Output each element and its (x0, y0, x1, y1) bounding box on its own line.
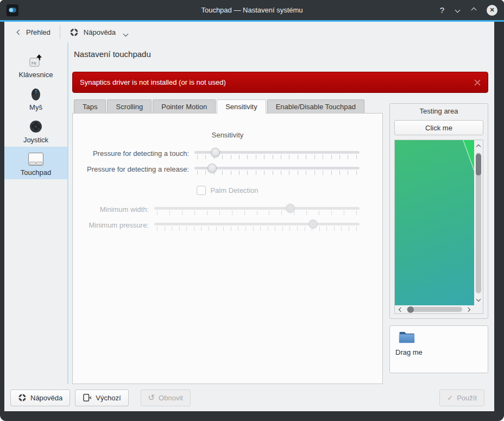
tab-enable-disable-touchpad[interactable]: Enable/Disable Touchpad (267, 99, 364, 113)
vertical-scrollbar[interactable] (474, 140, 483, 305)
help-button-label: Nápověda (30, 394, 62, 402)
slider-pressure-release: Pressure for detecting a release: (73, 162, 382, 175)
window: Touchpad — Nastavení systému ? ✕ Přehled (0, 0, 504, 421)
click-me-button[interactable]: Click me (394, 120, 483, 135)
palm-detection-checkbox[interactable] (197, 186, 206, 195)
mouse-icon (28, 85, 44, 102)
testing-area-group: Testing area Click me (389, 103, 488, 319)
slider-label: Minimum pressure: (73, 221, 154, 229)
slider-track[interactable] (154, 218, 360, 231)
scroll-right-icon[interactable] (465, 306, 471, 313)
undo-icon: ↺ (148, 394, 155, 402)
help-menu-label: Nápověda (84, 28, 116, 36)
vertical-scrollbar-thumb[interactable] (476, 154, 481, 175)
slider-label: Pressure for detecting a touch: (73, 149, 194, 158)
help-menu-button[interactable]: Nápověda (70, 28, 128, 37)
sidebar-item-label: Klávesnice (19, 71, 53, 79)
slider-rail (154, 223, 360, 225)
error-banner: Synaptics driver is not installed (or is… (72, 72, 488, 93)
checkmark-icon: ✓ (447, 394, 453, 401)
chevron-left-icon (17, 29, 22, 35)
drag-me-area[interactable]: Drag me (389, 325, 488, 373)
checkbox-label: Palm Detection (210, 186, 258, 194)
sidebar-item-label: Joystick (23, 136, 48, 144)
scroll-down-icon[interactable] (475, 296, 482, 303)
document-revert-icon (83, 393, 92, 402)
drag-me-label: Drag me (395, 348, 482, 356)
slider-minimum-pressure: Minimum pressure: (73, 218, 382, 231)
slider-rail (154, 207, 360, 210)
slider-rail (194, 167, 360, 169)
keyboard-icon: FN (28, 52, 44, 70)
sidebar-item-touchpad[interactable]: Touchpad (4, 147, 67, 179)
testing-area-title: Testing area (394, 107, 483, 115)
folder-icon (399, 330, 415, 344)
slider-pressure-touch: Pressure for detecting a touch: (73, 147, 382, 160)
horizontal-scrollbar-track[interactable] (407, 307, 462, 312)
scrollbar-corner (474, 305, 483, 313)
chevron-up-icon[interactable] (470, 7, 477, 14)
page-title: Nastavení touchpadu (74, 49, 488, 59)
tab-sensitivity[interactable]: Sensitivity (217, 99, 266, 114)
slider-track[interactable] (194, 162, 360, 175)
slider-track[interactable] (154, 203, 360, 216)
slider-ticks (157, 211, 357, 215)
slider-label: Minimum width: (73, 205, 154, 213)
close-icon[interactable]: ✕ (487, 5, 497, 16)
tab-taps[interactable]: Taps (74, 99, 106, 113)
defaults-button-label: Výchozí (96, 394, 121, 402)
chevron-down-icon (123, 31, 129, 36)
reset-button-label: Obnovit (159, 394, 183, 402)
help-icon[interactable]: ? (440, 5, 444, 15)
apply-button-label: Použít (457, 394, 477, 402)
sidebar-item-keyboard[interactable]: FN Klávesnice (4, 49, 67, 81)
apply-button[interactable]: ✓ Použít (439, 389, 484, 406)
svg-text:FN: FN (32, 61, 36, 65)
help-button[interactable]: Nápověda (10, 389, 70, 406)
wallpaper-diagonal (395, 140, 474, 305)
footer-button-bar: Nápověda Výchozí ↺ Obnovit ✓ Použít (4, 384, 494, 411)
sidebar: FN Klávesnice Myš (4, 42, 68, 384)
slider-minimum-width: Minimum width: (73, 203, 382, 216)
toolbar: Přehled Nápověda (4, 22, 494, 42)
touchpad-app-icon (7, 4, 18, 16)
sidebar-item-label: Touchpad (21, 168, 51, 177)
slider-ticks (197, 171, 357, 175)
titlebar[interactable]: Touchpad — Nastavení systému ? ✕ (0, 0, 504, 20)
reset-button[interactable]: ↺ Obnovit (141, 389, 191, 406)
joystick-icon (28, 117, 44, 135)
scroll-up-icon[interactable] (475, 143, 482, 150)
touchpad-icon (27, 150, 45, 167)
sidebar-item-mouse[interactable]: Myš (4, 81, 67, 114)
slider-label: Pressure for detecting a release: (73, 165, 194, 173)
horizontal-scrollbar[interactable] (395, 305, 474, 313)
chevron-down-icon[interactable] (454, 7, 461, 14)
slider-handle[interactable] (207, 164, 217, 173)
tab-pointer-motion[interactable]: Pointer Motion (153, 99, 216, 113)
close-icon[interactable] (473, 79, 481, 86)
slider-ticks (157, 227, 357, 231)
sidebar-item-label: Myš (29, 103, 42, 111)
slider-handle[interactable] (286, 204, 295, 213)
testing-wallpaper[interactable] (395, 140, 474, 305)
back-button-label: Přehled (26, 28, 51, 36)
error-banner-text: Synaptics driver is not installed (or is… (80, 78, 226, 86)
sidebar-item-joystick[interactable]: Joystick (4, 114, 67, 147)
palm-detection-row: Palm Detection (73, 185, 382, 195)
back-button[interactable]: Přehled (17, 28, 51, 36)
scroll-left-icon[interactable] (398, 306, 404, 313)
window-title: Touchpad — Nastavení systému (0, 6, 504, 14)
lifebuoy-help-icon (18, 393, 27, 402)
slider-track[interactable] (194, 147, 360, 160)
tab-bar: Taps Scrolling Pointer Motion Sensitivit… (72, 99, 383, 113)
defaults-button[interactable]: Výchozí (75, 389, 128, 406)
group-label: Sensitivity (73, 131, 382, 139)
slider-ticks (197, 155, 357, 159)
sensitivity-tab-panel: Sensitivity Pressure for detecting a tou… (72, 113, 383, 384)
lifebuoy-help-icon (70, 28, 79, 37)
tab-scrolling[interactable]: Scrolling (107, 99, 152, 113)
testing-scroll-area (394, 140, 483, 314)
toolbar-separator (60, 25, 60, 39)
horizontal-scrollbar-thumb[interactable] (407, 306, 414, 313)
vertical-scrollbar-track[interactable] (476, 153, 481, 293)
